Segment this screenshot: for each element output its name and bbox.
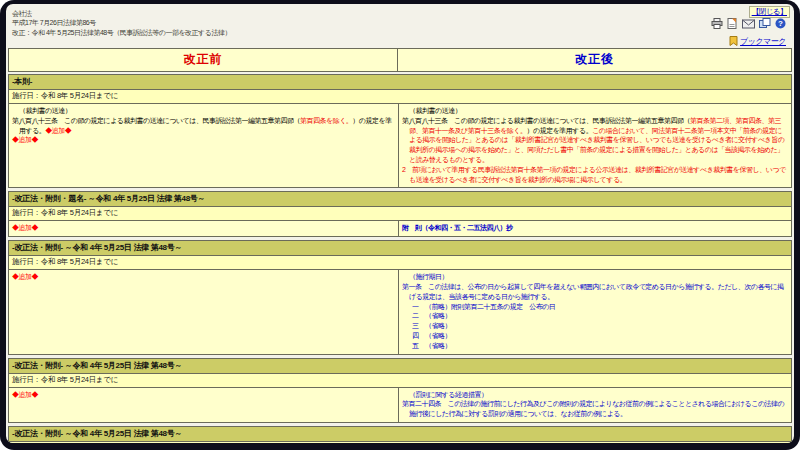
article-caption: （裁判書の送達）	[402, 106, 788, 116]
section-enforcement-date: -改正法・附則- ～令和 4年 5月25日 法律 第48号～ 施行日：令和 8年…	[8, 240, 792, 354]
section-bar: -改正法・附則- ～令和 4年 5月25日 法律 第48号～	[8, 426, 792, 442]
after-column-header: 改正後	[398, 48, 792, 72]
list-item: 一 （前略）附則第百二十五条の規定 公布の日	[402, 302, 788, 312]
bookmark-icon	[729, 32, 738, 50]
law-number: 平成17年 7月26日法律第86号	[12, 18, 790, 27]
article-caption: （罰則に関する経過措置）	[402, 390, 788, 400]
new-window-icon[interactable]	[759, 18, 771, 29]
before-cell: ◆追加◆	[9, 270, 399, 353]
section-cabinet-order: -改正法・附則- ～令和 4年 5月25日 法律 第48号～ 施行日：令和 8年…	[8, 426, 792, 443]
after-cell: （裁判書の送達） 第八百八十三条 この節の規定による裁判書の送達については、民事…	[399, 104, 791, 187]
effective-date: 施行日：令和 8年 5月24日までに	[8, 90, 792, 104]
print-icon[interactable]	[711, 18, 723, 29]
article-text: 第一条 この法律は、公布の日から起算して四年を超えない範囲内において政令で定める…	[402, 282, 788, 302]
section-bar: -改正法・附則・題名- ～令和 4年 5月25日 法律 第48号～	[8, 191, 792, 207]
mail-icon[interactable]	[742, 19, 755, 29]
added-marker: ◆追加◆	[12, 272, 395, 282]
article-paragraph-2: 2 前項において準用する民事訴訟法第百十条第一項の規定による公示送達は、裁判所書…	[402, 165, 788, 185]
section-penal-transition: -改正法・附則- ～令和 4年 5月25日 法律 第48号～ 施行日：令和 8年…	[8, 358, 792, 423]
article-caption: （裁判書の送達）	[12, 106, 395, 116]
article-text: 第百二十四条 この法律の施行前にした行為及びこの附則の規定によりなお従前の例によ…	[402, 399, 788, 419]
article-text: 第八百八十三条 この節の規定による裁判書の送達については、民事訴訟法第一編第五章…	[402, 116, 788, 165]
before-cell: （裁判書の送達） 第八百八十三条 この節の規定による裁判書の送達については、民事…	[9, 104, 399, 187]
list-item: 二 （省略）	[402, 311, 788, 321]
article-caption: （施行期日）	[402, 272, 788, 282]
compare-row: ◆追加◆ （罰則に関する経過措置） 第百二十四条 この法律の施行前にした行為及び…	[8, 388, 792, 423]
section-bar: -本則-	[8, 74, 792, 90]
bookmark-link[interactable]: ブックマーク	[740, 36, 786, 47]
help-icon[interactable]: ?	[775, 18, 786, 29]
after-cell: 附 則（令和四・五・二五法四八）抄	[399, 221, 791, 236]
list-item: 四 （省略）	[402, 331, 788, 341]
before-column-header: 改正前	[8, 48, 398, 72]
window-frame: 会社法 平成17年 7月26日法律第86号 改正：令和 4年 5月25日法律第4…	[0, 0, 800, 450]
effective-date: 施行日：令和 8年 5月24日までに	[8, 374, 792, 388]
section-bar: -改正法・附則- ～令和 4年 5月25日 法律 第48号～	[8, 240, 792, 256]
effective-date: 施行日：令和 8年 5月24日までに	[8, 256, 792, 270]
compare-header-row: 改正前 改正後	[8, 48, 792, 72]
added-marker: ◆追加◆	[45, 127, 71, 134]
section-supplement-title: -改正法・附則・題名- ～令和 4年 5月25日 法律 第48号～ 施行日：令和…	[8, 191, 792, 237]
after-cell: （施行期日） 第一条 この法律は、公布の日から起算して四年を超えない範囲内におい…	[399, 270, 791, 353]
effective-date: 施行日：令和 8年 5月24日までに	[8, 442, 792, 443]
article-text: 第八百八十三条 この節の規定による裁判書の送達については、民事訴訟法第一編第五章…	[12, 116, 395, 136]
supplement-title: 附 則（令和四・五・二五法四八）抄	[402, 223, 788, 233]
amendment-line: 改正：令和 4年 5月25日法律第48号（民事訴訟法等の一部を改正する法律）	[12, 28, 790, 37]
added-marker: ◆追加◆	[12, 223, 395, 233]
section-bar: -改正法・附則- ～令和 4年 5月25日 法律 第48号～	[8, 358, 792, 374]
svg-text:?: ?	[778, 19, 783, 28]
law-title: 会社法	[12, 9, 790, 18]
added-marker: ◆追加◆	[12, 390, 395, 400]
added-marker: ◆追加◆	[12, 135, 395, 145]
print-preview-icon[interactable]	[727, 18, 738, 29]
before-cell: ◆追加◆	[9, 388, 399, 422]
list-item: 五 （省略）	[402, 341, 788, 351]
page-body: 会社法 平成17年 7月26日法律第86号 改正：令和 4年 5月25日法律第4…	[6, 4, 794, 443]
toolbar-icons: ?	[711, 18, 786, 29]
bookmark-row: ブックマーク	[729, 32, 786, 50]
effective-date: 施行日：令和 8年 5月24日までに	[8, 207, 792, 221]
before-cell: ◆追加◆	[9, 221, 399, 236]
compare-row: ◆追加◆ （施行期日） 第一条 この法律は、公布の日から起算して四年を超えない範…	[8, 270, 792, 354]
section-main-provisions: -本則- 施行日：令和 8年 5月24日までに （裁判書の送達） 第八百八十三条…	[8, 74, 792, 188]
compare-row: （裁判書の送達） 第八百八十三条 この節の規定による裁判書の送達については、民事…	[8, 104, 792, 188]
compare-row: ◆追加◆ 附 則（令和四・五・二五法四八）抄	[8, 221, 792, 237]
list-item: 三 （省略）	[402, 321, 788, 331]
after-cell: （罰則に関する経過措置） 第百二十四条 この法律の施行前にした行為及びこの附則の…	[399, 388, 791, 422]
document-header: 会社法 平成17年 7月26日法律第86号 改正：令和 4年 5月25日法律第4…	[6, 4, 794, 46]
close-link[interactable]: 【閉じる】	[749, 6, 790, 18]
